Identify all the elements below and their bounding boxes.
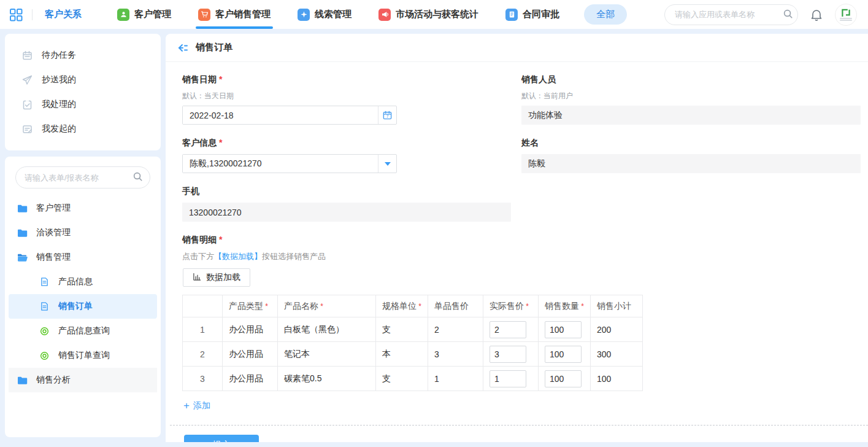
- nav-tabs: 客户管理客户销售管理线索管理市场活动与获客统计合同审批: [90, 0, 559, 29]
- customer-select-value[interactable]: [183, 155, 378, 173]
- product-type-cell: 办公用品: [223, 317, 278, 342]
- cart-icon: [198, 9, 210, 21]
- form-titlebar: 销售订单: [166, 34, 868, 62]
- tree-item-label: 客户管理: [36, 203, 71, 214]
- dropdown-button[interactable]: [378, 155, 396, 173]
- note-edit-icon: [22, 124, 33, 134]
- task-item-label: 待办任务: [42, 50, 76, 61]
- nav-tab-label: 合同审批: [523, 9, 559, 20]
- nav-tab-3[interactable]: 市场活动与获客统计: [378, 0, 478, 29]
- folder-icon: [17, 228, 28, 238]
- col-header-5: 实际售价 *: [483, 295, 539, 317]
- tree-item-6[interactable]: 销售订单查询: [9, 343, 157, 368]
- nav-tab-1[interactable]: 客户销售管理: [198, 0, 271, 29]
- workspace-name[interactable]: 客户关系: [45, 9, 82, 20]
- task-item-label: 我发起的: [42, 123, 76, 134]
- send-icon: [22, 75, 33, 85]
- field-salesperson: 销售人员 默认：当前用户 功能体验: [521, 74, 861, 125]
- all-apps-button[interactable]: 全部: [584, 4, 627, 25]
- nav-tab-0[interactable]: 客户管理: [117, 0, 171, 29]
- folder-icon: [17, 375, 28, 386]
- sale-date-label: 销售日期: [182, 74, 511, 85]
- col-header-6: 销售数量 *: [539, 295, 591, 317]
- row-index-cell: 1: [183, 317, 223, 342]
- col-header-3: 规格单位 *: [376, 295, 428, 317]
- query-icon: [39, 326, 50, 336]
- col-header-2: 产品名称 *: [278, 295, 376, 317]
- unit-price-cell: 2: [428, 317, 483, 342]
- sale-detail-label: 销售明细: [182, 235, 861, 246]
- actual-price-input[interactable]: [490, 370, 526, 387]
- back-icon[interactable]: [177, 42, 189, 54]
- user-icon: [117, 9, 129, 21]
- task-item-0[interactable]: 待办任务: [5, 43, 161, 68]
- submit-button[interactable]: 提交: [184, 435, 259, 442]
- chevron-down-icon: [385, 162, 391, 166]
- tree-item-0[interactable]: 客户管理: [9, 196, 157, 220]
- calendar-button[interactable]: 7: [378, 106, 396, 124]
- tree-item-7[interactable]: 销售分析: [9, 368, 157, 392]
- search-icon[interactable]: [783, 9, 793, 21]
- folder-open-icon: [17, 252, 28, 263]
- sale-qty-cell: [539, 342, 591, 367]
- app-grid-icon[interactable]: [9, 7, 23, 22]
- sale-date-input[interactable]: [183, 106, 378, 124]
- actual-price-input[interactable]: [490, 346, 526, 363]
- table-row-0: 1办公用品白板笔（黑色）支2200: [183, 317, 643, 342]
- sidebar: 待办任务抄送我的我处理的我发起的 客户管理洽谈管理销售管理产品信息销售订单产品信…: [5, 34, 161, 437]
- nav-tab-2[interactable]: 线索管理: [298, 0, 351, 29]
- doc-page-icon: [39, 301, 50, 312]
- sale-qty-cell: [539, 367, 591, 391]
- data-load-button[interactable]: 数据加载: [183, 268, 250, 287]
- sale-qty-input[interactable]: [545, 346, 582, 363]
- spec-unit-cell: 支: [376, 367, 428, 391]
- app-search-box[interactable]: [664, 4, 798, 25]
- query-icon: [39, 351, 50, 361]
- field-sale-date: 销售日期 默认：当天日期 7: [182, 74, 511, 125]
- customer-select[interactable]: [182, 154, 397, 173]
- nav-tab-label: 线索管理: [315, 9, 351, 20]
- task-item-1[interactable]: 抄送我的: [5, 68, 161, 92]
- table-row-2: 3办公用品碳素笔0.5支1100: [183, 367, 643, 391]
- hint-prefix: 点击下方: [182, 252, 214, 261]
- salesperson-hint: 默认：当前用户: [521, 91, 861, 101]
- tree-item-5[interactable]: 产品信息查询: [9, 319, 157, 343]
- app-search-input[interactable]: [675, 10, 783, 19]
- tree-item-4[interactable]: 销售订单: [9, 294, 157, 319]
- task-item-3[interactable]: 我发起的: [5, 117, 161, 141]
- megaphone-icon: [378, 9, 391, 21]
- col-header-0: [183, 295, 223, 317]
- row-index-cell: 3: [183, 367, 223, 391]
- hint-suffix: 按钮选择销售产品: [262, 252, 326, 261]
- tree-item-label: 销售管理: [36, 252, 71, 263]
- form-search-input[interactable]: [25, 173, 133, 182]
- tree-item-1[interactable]: 洽谈管理: [9, 220, 157, 245]
- field-mobile: 手机 13200021270: [182, 186, 511, 222]
- task-item-label: 抄送我的: [42, 74, 76, 85]
- data-load-label: 数据加载: [206, 272, 240, 283]
- company-logo[interactable]: [835, 4, 857, 26]
- sale-date-hint: 默认：当天日期: [182, 91, 511, 101]
- form-search-box[interactable]: [15, 166, 150, 189]
- actual-price-input[interactable]: [490, 321, 526, 338]
- tree-item-3[interactable]: 产品信息: [9, 270, 157, 294]
- form-tree-panel: 客户管理洽谈管理销售管理产品信息销售订单产品信息查询销售订单查询销售分析: [5, 157, 161, 437]
- tree-item-label: 销售订单查询: [58, 350, 110, 361]
- notification-bell-icon[interactable]: [810, 8, 823, 21]
- sale-qty-input[interactable]: [545, 321, 582, 338]
- add-row-label: 添加: [193, 400, 210, 411]
- mobile-label: 手机: [182, 186, 511, 197]
- task-item-2[interactable]: 我处理的: [5, 92, 161, 117]
- search-icon[interactable]: [133, 171, 143, 184]
- add-row-button[interactable]: + 添加: [183, 400, 226, 411]
- sale-detail-table: 产品类型 *产品名称 *规格单位 *单品售价实际售价 *销售数量 *销售小计 1…: [182, 295, 643, 391]
- salesperson-value: 功能体验: [521, 106, 861, 125]
- tree-item-2[interactable]: 销售管理: [9, 245, 157, 270]
- sale-qty-input[interactable]: [545, 370, 582, 387]
- hint-load-link[interactable]: 【数据加载】: [214, 252, 262, 261]
- doc-page-icon: [39, 277, 50, 287]
- actual-price-cell: [483, 367, 539, 391]
- nav-tab-4[interactable]: 合同审批: [505, 0, 559, 29]
- sale-qty-cell: [539, 317, 591, 342]
- col-header-1: 产品类型 *: [223, 295, 278, 317]
